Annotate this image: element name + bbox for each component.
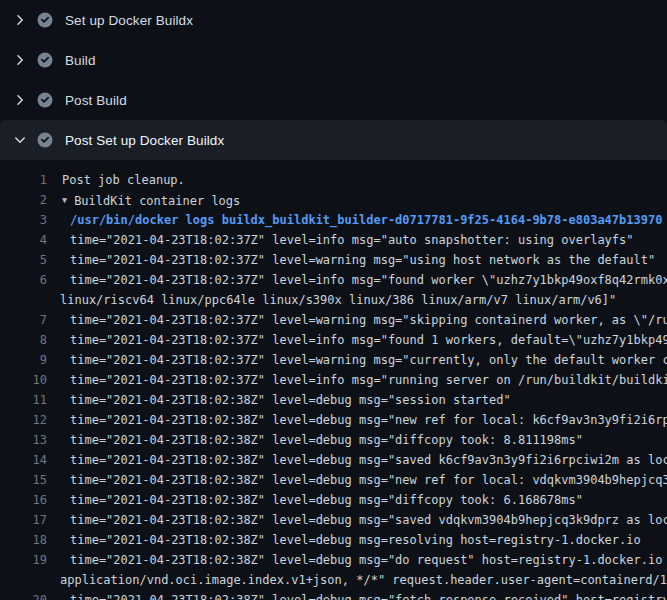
command-text: /usr/bin/docker logs buildx_buildkit_bui… [47, 210, 662, 230]
log-line[interactable]: 11time="2021-04-23T18:02:38Z" level=debu… [0, 390, 667, 410]
log-text[interactable]: ▼BuildKit container logs [47, 190, 240, 210]
section-header-set-up-docker-buildx[interactable]: Set up Docker Buildx [0, 0, 667, 40]
log-line[interactable]: 6time="2021-04-23T18:02:37Z" level=info … [0, 270, 667, 290]
line-number[interactable]: 14 [0, 450, 47, 470]
log-text: time="2021-04-23T18:02:37Z" level=warnin… [47, 310, 667, 330]
log-line[interactable]: 18time="2021-04-23T18:02:38Z" level=debu… [0, 530, 667, 550]
log-line[interactable]: 16time="2021-04-23T18:02:38Z" level=debu… [0, 490, 667, 510]
log-line[interactable]: 5time="2021-04-23T18:02:37Z" level=warni… [0, 250, 667, 270]
line-number[interactable]: 3 [0, 210, 47, 230]
chevron-right-icon[interactable] [12, 12, 28, 28]
chevron-down-icon[interactable] [12, 132, 28, 148]
log-line[interactable]: 10time="2021-04-23T18:02:37Z" level=info… [0, 370, 667, 390]
line-number[interactable]: 7 [0, 310, 47, 330]
log-text: time="2021-04-23T18:02:38Z" level=debug … [47, 470, 667, 490]
log-text: time="2021-04-23T18:02:38Z" level=debug … [47, 590, 667, 600]
line-number[interactable]: 8 [0, 330, 47, 350]
line-number[interactable]: 10 [0, 370, 47, 390]
log-text: time="2021-04-23T18:02:38Z" level=debug … [47, 390, 511, 410]
log-line[interactable]: 1Post job cleanup. [0, 170, 667, 190]
section-title: Post Set up Docker Buildx [65, 133, 224, 148]
log-line[interactable]: 12time="2021-04-23T18:02:38Z" level=debu… [0, 410, 667, 430]
chevron-right-icon[interactable] [12, 52, 28, 68]
line-number[interactable]: 15 [0, 470, 47, 490]
log-text: time="2021-04-23T18:02:37Z" level=info m… [47, 370, 667, 390]
log-line[interactable]: 15time="2021-04-23T18:02:38Z" level=debu… [0, 470, 667, 490]
log-text: time="2021-04-23T18:02:38Z" level=debug … [47, 550, 667, 570]
log-text: time="2021-04-23T18:02:38Z" level=debug … [47, 410, 667, 430]
log-text: application/vnd.oci.image.index.v1+json,… [0, 570, 667, 590]
section-title: Post Build [65, 93, 127, 108]
log-text: time="2021-04-23T18:02:38Z" level=debug … [47, 490, 583, 510]
check-circle-icon [37, 132, 53, 148]
log-text: time="2021-04-23T18:02:37Z" level=warnin… [47, 350, 667, 370]
log-text: time="2021-04-23T18:02:37Z" level=info m… [47, 330, 667, 350]
line-number[interactable]: 17 [0, 510, 47, 530]
section-header-post-set-up-docker-buildx[interactable]: Post Set up Docker Buildx [0, 120, 667, 160]
log-line[interactable]: 8time="2021-04-23T18:02:37Z" level=info … [0, 330, 667, 350]
chevron-right-icon[interactable] [12, 92, 28, 108]
line-number[interactable]: 20 [0, 590, 47, 600]
sections-list: Set up Docker Buildx Build Post Build [0, 0, 667, 160]
log-line[interactable]: 3/usr/bin/docker logs buildx_buildkit_bu… [0, 210, 667, 230]
log-text: time="2021-04-23T18:02:38Z" level=debug … [47, 450, 667, 470]
section-title: Build [65, 53, 96, 68]
log-text: time="2021-04-23T18:02:38Z" level=debug … [47, 430, 583, 450]
log-text: time="2021-04-23T18:02:38Z" level=debug … [47, 530, 641, 550]
line-number[interactable]: 16 [0, 490, 47, 510]
log-text: Post job cleanup. [47, 170, 185, 190]
log-text: linux/riscv64 linux/ppc64le linux/s390x … [0, 290, 616, 310]
check-circle-icon [37, 12, 53, 28]
section-header-post-build[interactable]: Post Build [0, 80, 667, 120]
log-line[interactable]: 9time="2021-04-23T18:02:37Z" level=warni… [0, 350, 667, 370]
log-text: time="2021-04-23T18:02:37Z" level=info m… [47, 270, 667, 290]
section-header-build[interactable]: Build [0, 40, 667, 80]
line-number[interactable]: 2 [0, 190, 47, 210]
log-text: time="2021-04-23T18:02:38Z" level=debug … [47, 510, 667, 530]
line-number[interactable]: 13 [0, 430, 47, 450]
line-number[interactable]: 9 [0, 350, 47, 370]
log-pane: 1Post job cleanup.2▼BuildKit container l… [0, 160, 667, 600]
log-line[interactable]: 17time="2021-04-23T18:02:38Z" level=debu… [0, 510, 667, 530]
log-line[interactable]: 20time="2021-04-23T18:02:38Z" level=debu… [0, 590, 667, 600]
line-number[interactable]: 12 [0, 410, 47, 430]
actions-log-viewer: Set up Docker Buildx Build Post Build [0, 0, 667, 600]
line-number[interactable]: 1 [0, 170, 47, 190]
log-text: time="2021-04-23T18:02:37Z" level=warnin… [47, 250, 655, 270]
line-number[interactable]: 5 [0, 250, 47, 270]
log-line[interactable]: 2▼BuildKit container logs [0, 190, 667, 210]
log-line[interactable]: 14time="2021-04-23T18:02:38Z" level=debu… [0, 450, 667, 470]
line-number[interactable]: 11 [0, 390, 47, 410]
line-number[interactable]: 4 [0, 230, 47, 250]
line-number[interactable]: 18 [0, 530, 47, 550]
group-collapse-icon[interactable]: ▼ [62, 190, 67, 210]
log-line[interactable]: 4time="2021-04-23T18:02:37Z" level=info … [0, 230, 667, 250]
log-text: time="2021-04-23T18:02:37Z" level=info m… [47, 230, 634, 250]
check-circle-icon [37, 92, 53, 108]
log-line[interactable]: 7time="2021-04-23T18:02:37Z" level=warni… [0, 310, 667, 330]
log-line-continuation[interactable]: application/vnd.oci.image.index.v1+json,… [0, 570, 667, 590]
line-number[interactable]: 19 [0, 550, 47, 570]
line-number[interactable]: 6 [0, 270, 47, 290]
log-line[interactable]: 19time="2021-04-23T18:02:38Z" level=debu… [0, 550, 667, 570]
log-line-continuation[interactable]: linux/riscv64 linux/ppc64le linux/s390x … [0, 290, 667, 310]
check-circle-icon [37, 52, 53, 68]
log-line[interactable]: 13time="2021-04-23T18:02:38Z" level=debu… [0, 430, 667, 450]
section-title: Set up Docker Buildx [65, 13, 193, 28]
